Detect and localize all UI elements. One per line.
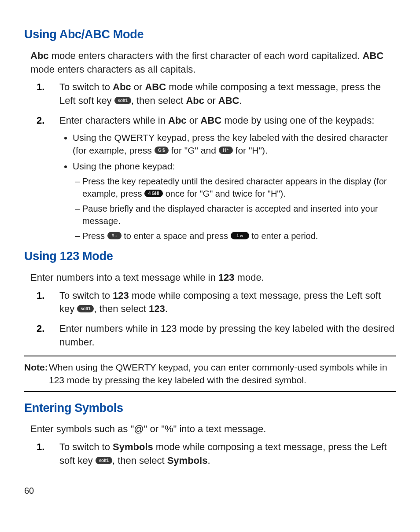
- step-bold: Symbols: [167, 455, 208, 466]
- steps-abc: 1. To switch to Abc or ABC mode while co…: [24, 81, 396, 242]
- dash-item: Press the key repeatedly until the desir…: [82, 175, 396, 200]
- step-text: or: [131, 81, 145, 92]
- dash-text: to enter a period.: [249, 231, 318, 241]
- intro-text: Enter numbers into a text message while …: [30, 272, 218, 283]
- step-number: 2.: [37, 114, 44, 128]
- intro-text-2: mode enters characters as all capitals.: [30, 64, 195, 75]
- step-number: 1.: [37, 440, 44, 454]
- note-box: Note: When using the QWERTY keypad, you …: [24, 356, 396, 392]
- intro-abc: Abc mode enters characters with the firs…: [30, 49, 391, 77]
- key-1-icon: 1 ∞: [231, 232, 249, 239]
- step-text: Enter numbers while in 123 mode by press…: [59, 323, 394, 348]
- step-number: 1.: [37, 289, 44, 303]
- dash-text: once for "G" and twice for "H").: [163, 189, 286, 198]
- step-text: To switch to: [59, 81, 113, 92]
- softkey-icon: soft1: [77, 305, 94, 312]
- intro-bold-abc: Abc: [30, 50, 49, 61]
- bullet-item: Using the phone keypad: Press the key re…: [73, 160, 396, 242]
- step-text: , then select: [131, 95, 186, 106]
- intro-text-1: mode enters characters with the first ch…: [49, 50, 363, 61]
- step-number: 2.: [37, 322, 44, 336]
- step-bold: ABC: [218, 95, 239, 106]
- step-text: .: [239, 95, 242, 106]
- step-bold: Abc: [168, 115, 187, 126]
- dash-item: Pause briefly and the displayed characte…: [82, 202, 396, 227]
- key-4ghi-icon: 4 GHI: [144, 190, 163, 197]
- bullet-item: Using the QWERTY keypad, press the key l…: [73, 131, 396, 157]
- step-text: .: [207, 455, 210, 466]
- dash-text: Press: [82, 231, 107, 241]
- step-bold: Abc: [113, 81, 131, 92]
- step-text: , then select: [94, 303, 149, 314]
- key-g-icon: G $: [155, 147, 169, 154]
- step-text: .: [165, 303, 168, 314]
- steps-123: 1. To switch to 123 mode while composing…: [24, 289, 396, 349]
- step-text: To switch to: [59, 290, 113, 301]
- intro-bold-ABC: ABC: [362, 50, 383, 61]
- section-heading-abc: Using Abc/ABC Mode: [24, 26, 396, 43]
- step-bold: 123: [113, 290, 129, 301]
- step-1: 1. To switch to Abc or ABC mode while co…: [59, 81, 396, 108]
- step-2: 2. Enter numbers while in 123 mode by pr…: [59, 322, 396, 349]
- step-text: , then select: [112, 455, 167, 466]
- bullet-text: for "G" and: [169, 145, 219, 155]
- softkey-icon: soft1: [96, 457, 112, 464]
- step-2: 2. Enter characters while in Abc or ABC …: [59, 114, 396, 242]
- bullet-text: for "H").: [233, 145, 268, 155]
- step-number: 1.: [37, 81, 44, 94]
- step-bold: Symbols: [113, 441, 153, 452]
- step-1: 1. To switch to 123 mode while composing…: [59, 289, 396, 316]
- intro-text: mode.: [234, 272, 264, 283]
- step-text: or: [204, 95, 218, 106]
- note-label: Note:: [24, 361, 48, 374]
- step-text: mode by using one of the keypads:: [221, 115, 374, 126]
- bullet-list: Using the QWERTY keypad, press the key l…: [59, 131, 396, 242]
- dash-text: to enter a space and press: [122, 231, 231, 241]
- step-bold: ABC: [200, 115, 221, 126]
- dash-list: Press the key repeatedly until the desir…: [73, 175, 396, 242]
- note-body: When using the QWERTY keypad, you can en…: [24, 361, 394, 387]
- intro-symbols: Enter symbols such as "@" or "%" into a …: [30, 422, 391, 436]
- intro-bold: 123: [218, 272, 235, 283]
- key-h-icon: H *: [219, 147, 233, 154]
- steps-symbols: 1. To switch to Symbols mode while compo…: [24, 440, 396, 468]
- key-hash-icon: # ↕: [107, 232, 122, 239]
- step-text: or: [187, 115, 201, 126]
- section-heading-123: Using 123 Mode: [24, 248, 396, 265]
- step-bold: Abc: [186, 95, 204, 106]
- step-text: To switch to: [59, 441, 113, 452]
- step-1: 1. To switch to Symbols mode while compo…: [59, 440, 396, 468]
- page-number: 60: [24, 484, 396, 497]
- bullet-text: Using the phone keypad:: [73, 161, 175, 171]
- dash-item: Press # ↕ to enter a space and press 1 ∞…: [82, 230, 396, 242]
- step-bold: 123: [149, 303, 165, 314]
- softkey-icon: soft1: [114, 97, 131, 104]
- step-bold: ABC: [145, 81, 166, 92]
- intro-123: Enter numbers into a text message while …: [30, 271, 391, 285]
- section-heading-symbols: Entering Symbols: [24, 400, 396, 417]
- step-text: Enter characters while in: [59, 115, 168, 126]
